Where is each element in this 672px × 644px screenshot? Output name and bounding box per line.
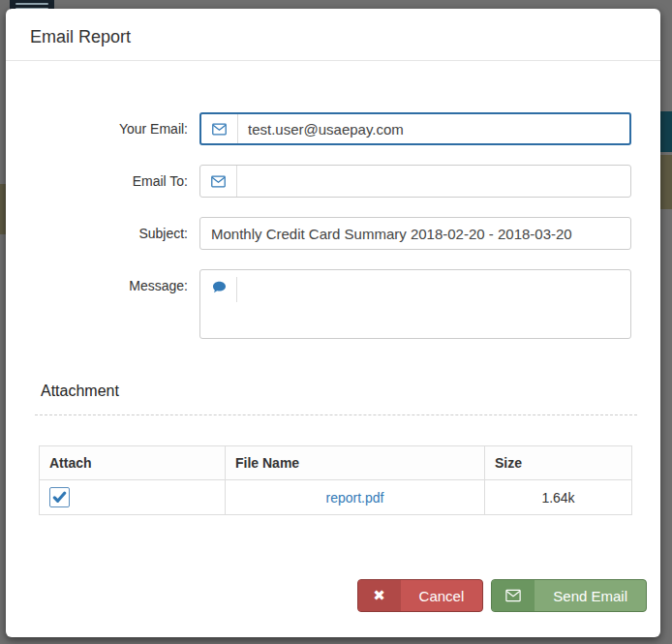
send-email-button-label: Send Email — [535, 580, 646, 611]
message-textarea[interactable] — [237, 270, 630, 338]
table-row: report.pdf 1.64k — [40, 480, 632, 515]
email-to-row: Email To: — [6, 165, 660, 198]
email-report-modal: Email Report Your Email: Email To — [6, 9, 660, 637]
table-header-row: Attach File Name Size — [40, 446, 632, 480]
attach-checkbox[interactable] — [49, 487, 70, 507]
email-to-input[interactable] — [237, 166, 630, 197]
dashed-divider — [35, 414, 637, 415]
size-cell: 1.64k — [485, 480, 632, 515]
background-page-fragment — [660, 111, 672, 152]
checkmark-icon — [52, 490, 67, 505]
file-name-column-header: File Name — [226, 446, 485, 480]
background-page-fragment — [660, 155, 672, 209]
attachment-section: Attachment Attach File Name Size — [6, 383, 660, 515]
your-email-group — [199, 112, 631, 145]
envelope-icon — [492, 580, 535, 611]
subject-label: Subject: — [6, 217, 199, 250]
email-to-group — [199, 165, 631, 198]
size-column-header: Size — [485, 446, 632, 480]
send-email-button[interactable]: Send Email — [491, 579, 647, 612]
message-row: Message: — [6, 269, 660, 339]
modal-body: Your Email: Email To: — [6, 61, 660, 612]
file-name-cell: report.pdf — [226, 480, 485, 515]
attachment-heading: Attachment — [41, 383, 660, 400]
subject-input[interactable] — [199, 217, 631, 250]
message-label: Message: — [6, 269, 199, 302]
envelope-icon — [200, 166, 237, 197]
subject-row: Subject: — [6, 217, 660, 250]
your-email-row: Your Email: — [6, 112, 660, 145]
modal-footer: ✖ Cancel Send Email — [6, 579, 660, 612]
your-email-label: Your Email: — [6, 112, 199, 145]
comment-icon — [200, 270, 237, 338]
modal-header: Email Report — [6, 9, 660, 61]
attach-column-header: Attach — [40, 446, 226, 480]
file-link[interactable]: report.pdf — [326, 490, 384, 506]
message-group — [199, 269, 631, 339]
close-icon: ✖ — [358, 580, 401, 611]
modal-title: Email Report — [30, 27, 636, 47]
email-to-label: Email To: — [6, 165, 199, 198]
cancel-button[interactable]: ✖ Cancel — [357, 579, 484, 612]
attachment-table: Attach File Name Size — [39, 445, 632, 515]
envelope-icon — [201, 114, 238, 143]
your-email-input[interactable] — [238, 114, 629, 143]
attach-cell — [40, 480, 226, 515]
cancel-button-label: Cancel — [401, 580, 483, 611]
